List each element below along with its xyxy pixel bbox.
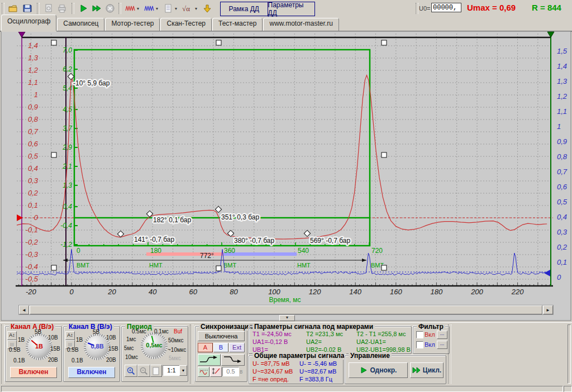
tab-4[interactable]: Скан-Тестер (160, 18, 212, 31)
scroll-left-button[interactable]: ◄ (19, 305, 29, 314)
stop-button[interactable] (104, 2, 116, 15)
filter-b-settings-button[interactable]: ... (437, 341, 447, 349)
period-knob[interactable]: 0,5мс (143, 334, 165, 357)
open-file-button[interactable] (7, 2, 19, 15)
params-dd-button[interactable]: Параметры ДД (268, 2, 315, 16)
frame-resize-handle[interactable] (216, 266, 221, 271)
play-icon (360, 366, 368, 374)
toolbar-grip[interactable] (72, 3, 74, 14)
filter-b-checkbox[interactable] (416, 341, 423, 348)
left-axis-label: 0,9 (28, 103, 38, 111)
channel-b-power-button[interactable]: Включен (68, 367, 115, 378)
sync-source-ext-button[interactable]: Ext (229, 343, 245, 352)
frame-resize-handle[interactable] (51, 152, 56, 157)
frame-resize-handle[interactable] (51, 265, 56, 270)
sync-level-mode-button[interactable] (198, 367, 209, 377)
chevron-down-icon[interactable]: ▾ (195, 7, 199, 11)
sync-source-b-button[interactable]: В (213, 343, 228, 352)
right-axis-label: 0,6 (557, 183, 568, 191)
sync-level-unit: в (240, 369, 242, 375)
sync-state-button[interactable]: Выключена (198, 331, 245, 341)
math-function-button[interactable]: √α (181, 2, 193, 15)
zoom-in-button[interactable] (125, 365, 137, 377)
print-preview-button[interactable] (42, 2, 55, 15)
toolbar-grip[interactable] (2, 3, 4, 14)
u0-input[interactable] (431, 3, 461, 12)
panel-grip[interactable] (1, 324, 4, 384)
channel-a-signal-button[interactable] (124, 2, 136, 15)
right-axis-label: 1,3 (557, 77, 568, 85)
single-run-button[interactable]: Однокр. (349, 362, 408, 378)
channel-b-range-value: 0,8В (86, 343, 108, 350)
channel-a-power-button[interactable]: Включен (10, 367, 57, 378)
tab-1[interactable]: Осциллограф (1, 15, 56, 31)
frame-resize-handle[interactable] (382, 40, 387, 45)
sync-source-a-button[interactable]: А (198, 343, 213, 352)
right-axis-label: 0,8 (557, 152, 568, 161)
chevron-down-icon[interactable]: ▾ (175, 7, 179, 11)
scroll-right-button[interactable]: ► (543, 305, 553, 314)
range-label: 15В (108, 346, 118, 352)
chevron-down-icon[interactable]: ▾ (156, 7, 160, 11)
frame-resize-handle[interactable] (216, 40, 221, 45)
tab-5[interactable]: Тест-мастер (212, 18, 263, 31)
report-button[interactable] (162, 2, 174, 15)
chevron-down-icon[interactable]: ▾ (137, 7, 141, 11)
toolbar-grip[interactable] (118, 3, 121, 14)
resize-grip[interactable] (564, 386, 572, 392)
left-axis-label: 1 (34, 90, 38, 99)
right-axis-label: 0,9 (557, 137, 567, 146)
panel-grip[interactable] (448, 324, 451, 384)
panel-collapse-button[interactable]: ▼ (279, 315, 295, 321)
cycle-run-button[interactable]: Цикл. (410, 362, 444, 378)
tab-2[interactable]: Самописец (57, 18, 104, 31)
scrollbar-thumb[interactable] (30, 305, 542, 314)
download-button[interactable] (201, 2, 213, 15)
degree-label: 180 (150, 247, 161, 255)
left-axis-label: 0,2 (28, 189, 39, 197)
tab-6[interactable]: www.motor-master.ru (263, 18, 339, 31)
channel-a-range-knob[interactable]: 1В (28, 336, 50, 358)
param-value: T1 =-24,50 мс (252, 330, 292, 338)
param-value: UA1=-0,12 В (252, 338, 292, 346)
panel-grip[interactable] (190, 324, 193, 384)
data-point-annotation: 351° 0,3 бар (221, 213, 259, 221)
frame-resize-handle[interactable] (382, 265, 387, 270)
save-file-button[interactable] (21, 2, 34, 15)
zoom-ratio-dropdown[interactable]: ▾ (179, 365, 187, 376)
sync-falling-edge-button[interactable] (221, 354, 245, 366)
filter-a-settings-button[interactable]: ... (437, 331, 447, 339)
run-continuous-button[interactable] (90, 2, 103, 15)
oscilloscope-app: { "toolbar": { "frame_buttons": ["Рамка … (0, 0, 572, 392)
sync-title: Синхронизация (199, 323, 255, 331)
filter-a-checkbox[interactable] (416, 331, 423, 338)
plot-background (1, 31, 571, 321)
horizontal-scrollbar[interactable]: ◄ ► (18, 305, 554, 315)
print-button[interactable] (56, 2, 68, 15)
sync-group: Синхронизация Выключена А В Ext 0.5 в (195, 326, 247, 382)
sync-level-input[interactable]: 0.5 (222, 367, 239, 376)
range-label: 10В (106, 334, 116, 341)
right-axis-label: 0,7 (557, 168, 568, 176)
toolbar-grip[interactable] (416, 3, 418, 14)
sync-hysteresis-button[interactable] (210, 367, 222, 377)
frame-resize-handle[interactable] (51, 40, 56, 45)
tab-3[interactable]: Мотор-тестер (105, 18, 160, 31)
oscilloscope-chart[interactable]: 7,06,25,44,53,72,92,11,30,4-0,4-1,201803… (0, 31, 572, 322)
channel-b-autoscale-button[interactable]: А↕ (65, 331, 75, 340)
channel-b-signal-button[interactable] (143, 2, 155, 15)
zoom-out-button[interactable] (137, 365, 150, 377)
filter-b-label: Вкл (425, 341, 435, 348)
frame-resize-handle[interactable] (382, 152, 387, 157)
sync-rising-edge-button[interactable] (198, 354, 221, 366)
left-axis-label: 0 (34, 213, 39, 222)
data-point-annotation: 182° 0,1 бар (153, 216, 191, 224)
toolbar-grip[interactable] (37, 3, 40, 14)
x-axis-label: 100 (268, 288, 280, 296)
range-label: 15В (50, 346, 60, 352)
frame-dd-button[interactable]: Рамка ДД (221, 2, 268, 16)
channel-a-autoscale-button[interactable]: А↕ (7, 331, 17, 340)
channel-b-range-knob[interactable]: 0,8В (86, 336, 108, 358)
copy-page-button[interactable] (150, 365, 162, 377)
run-button[interactable] (77, 2, 89, 15)
